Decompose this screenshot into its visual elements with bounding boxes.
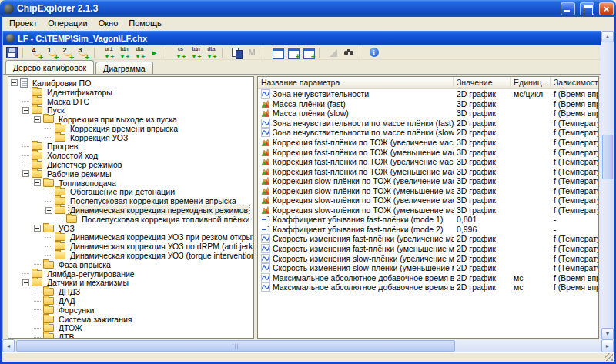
apply-arrow-button[interactable] (147, 46, 162, 59)
table-row[interactable]: Коррекция fast-плёнки по ТОЖ (увеличение… (258, 138, 598, 148)
tree-item[interactable]: Рабочие режимы (8, 169, 253, 179)
param-name: Масса плёнки (fast) (273, 99, 346, 109)
child-title-bar[interactable]: LF - C:\TEMP\Sim_Vagon\LF.chx (3, 31, 601, 45)
tree-item[interactable]: Коррекция УОЗ (8, 133, 253, 142)
add-map-4-button[interactable]: 4 (29, 46, 45, 59)
resize-grip-icon[interactable] (605, 353, 613, 361)
horizontal-scroll-thumb[interactable] (16, 340, 455, 352)
add-chart-window-button[interactable] (285, 46, 300, 59)
horizontal-scroll-track[interactable] (15, 339, 601, 352)
tree-item[interactable]: Фаза впрыска (8, 260, 253, 269)
tree-item[interactable]: Калибровки ПО (8, 78, 253, 88)
minimize-button[interactable] (561, 2, 575, 15)
menu-item-3[interactable]: Помощь (123, 18, 167, 28)
search-button[interactable] (341, 46, 357, 59)
export-dta-button[interactable]: dta (203, 46, 219, 59)
table-row[interactable]: Коррекция fast-плёнки по ТОЖ (увеличение… (258, 157, 598, 167)
table-row[interactable]: Максимальное абсолютное добавочное время… (258, 272, 598, 282)
tree-item[interactable]: Диспетчер режимов (8, 160, 253, 169)
expand-toggle-icon[interactable] (34, 179, 41, 186)
scroll-up-icon[interactable]: ▲ (601, 31, 614, 42)
table-row[interactable]: Коррекция fast-плёнки по ТОЖ (уменьшение… (258, 147, 598, 157)
copy-button[interactable] (229, 46, 244, 59)
export-bin-button[interactable]: bin (188, 46, 203, 59)
column-header[interactable]: Зависимость (551, 77, 598, 88)
scroll-left-icon[interactable]: ◄ (2, 339, 15, 352)
menu-item-0[interactable]: Проект (4, 18, 42, 28)
expand-toggle-icon[interactable] (22, 107, 29, 114)
column-header[interactable]: Единиц... (511, 77, 551, 88)
export-icon: bin (190, 47, 202, 58)
add-map-3-button[interactable]: 3 (75, 46, 91, 59)
tree-connector (22, 155, 29, 156)
table-row[interactable]: Скорость изменения fast-плёнки (уменьшен… (258, 244, 598, 254)
table-row[interactable]: Коэффициент убывания fast-плёнки (mode 1… (258, 215, 598, 225)
import-bin-button[interactable]: bin (116, 46, 132, 59)
tree-item[interactable]: Лямбда-регулирование (8, 269, 253, 279)
tree-item[interactable]: Идентификаторы (8, 88, 253, 97)
tab-diagram[interactable]: Диаграмма (95, 62, 153, 74)
expand-toggle-icon[interactable] (22, 279, 29, 286)
vertical-scrollbar[interactable]: ▲ ▼ (601, 31, 614, 339)
expand-toggle-icon[interactable] (22, 170, 29, 177)
save-button[interactable] (4, 46, 19, 59)
tree-item[interactable]: Динамическая коррекция УОЗ по dRPM (anti… (8, 242, 253, 251)
tree-item[interactable]: Динамическая коррекция переходных режимо… (8, 205, 253, 215)
menu-item-1[interactable]: Операции (42, 18, 92, 28)
tree-item[interactable]: УОЗ (8, 224, 253, 233)
table-row[interactable]: Масса плёнки (fast)3D графикf (Время впр… (258, 99, 598, 109)
expand-toggle-icon[interactable] (45, 207, 52, 214)
scroll-right-icon[interactable]: ► (601, 339, 614, 352)
close-button[interactable] (599, 2, 614, 15)
column-header[interactable]: Значение (454, 77, 511, 88)
expand-toggle-icon[interactable] (34, 116, 41, 123)
tree-item[interactable]: Топливоподача (8, 179, 253, 188)
tree-item[interactable]: Обогащение при детонации (8, 188, 253, 197)
expand-toggle-icon[interactable] (34, 225, 41, 232)
add-map-2-button[interactable]: 2 (60, 46, 75, 59)
column-header[interactable]: Название параметра (258, 77, 454, 88)
scroll-down-icon[interactable]: ▼ (601, 328, 614, 339)
open-chart-window-button[interactable] (270, 46, 285, 59)
tree-item[interactable]: Динамическая коррекция УОЗ при резком от… (8, 233, 253, 242)
horizontal-scrollbar[interactable]: ◄ ► (2, 339, 614, 352)
add-table-window-button[interactable] (300, 46, 316, 59)
tree-item[interactable]: ДТВ (8, 332, 253, 339)
tree-item[interactable]: Послепусковая коррекция топливной плёнки (8, 215, 253, 224)
add-map-1-button[interactable]: 1 (45, 46, 60, 59)
table-row[interactable]: Максимальное абсолютное добавочное время… (258, 282, 598, 292)
tree-item[interactable]: Коррекция при выходе из пуска (8, 115, 253, 124)
table-row[interactable]: Скорость изменения slow-плёнки (уменьшен… (258, 263, 598, 273)
tree-item[interactable]: Послепусковая коррекция времени впрыска (8, 196, 253, 205)
table-row[interactable]: Скорость изменения fast-плёнки (увеличен… (258, 234, 598, 244)
tree-connector (22, 165, 29, 165)
tree-item[interactable]: Прогрев (8, 142, 253, 152)
tree-item[interactable]: Форсунки (8, 306, 253, 315)
import-ori-button[interactable]: ori (101, 46, 116, 59)
table-row[interactable]: Коррекция slow-плёнки по ТОЖ (увеличение… (258, 195, 598, 205)
tree-item[interactable]: Холостой ход (8, 151, 253, 160)
tab-calibration-tree[interactable]: Дерево калибровок (5, 60, 94, 74)
table-row[interactable]: Коррекция slow-плёнки по ТОЖ (увеличение… (258, 176, 598, 186)
import-dta-button[interactable]: dta (132, 46, 147, 59)
info-button[interactable] (367, 46, 382, 59)
vertical-scroll-track[interactable] (601, 42, 614, 328)
table-row[interactable]: Коррекция slow-плёнки по ТОЖ (уменьшение… (258, 205, 598, 215)
table-row[interactable]: Зона нечувствительности по массе плёнки … (258, 119, 598, 129)
maximize-button[interactable] (580, 2, 594, 15)
table-row[interactable]: Коэффициент убывания fast-плёнки (mode 2… (258, 225, 598, 235)
table-row[interactable]: Коррекция slow-плёнки по ТОЖ (уменьшение… (258, 185, 598, 195)
expand-toggle-icon[interactable] (11, 79, 18, 86)
param-name: Скорость изменения fast-плёнки (увеличен… (273, 234, 454, 243)
table-row[interactable]: Коррекция fast-плёнки по ТОЖ (уменьшение… (258, 166, 598, 176)
tree-item[interactable]: Коррекция времени впрыска (8, 124, 253, 133)
table-row[interactable]: Масса плёнки (slow)3D графикf (Время впр… (258, 109, 598, 119)
table-row[interactable]: Зона нечувствительности2D графикмс/циклf… (258, 89, 598, 99)
menu-item-2[interactable]: Окно (93, 18, 124, 28)
tree-item[interactable]: Маска DTC (8, 97, 253, 106)
table-row[interactable]: Скорость изменения slow-плёнки (увеличен… (258, 253, 598, 263)
param-units: мс/цикл (511, 89, 551, 99)
table-row[interactable]: Зона нечувствительности по массе плёнки … (258, 128, 598, 138)
export-cs-button[interactable]: cs (172, 46, 188, 59)
vertical-scroll-thumb[interactable] (602, 135, 613, 179)
